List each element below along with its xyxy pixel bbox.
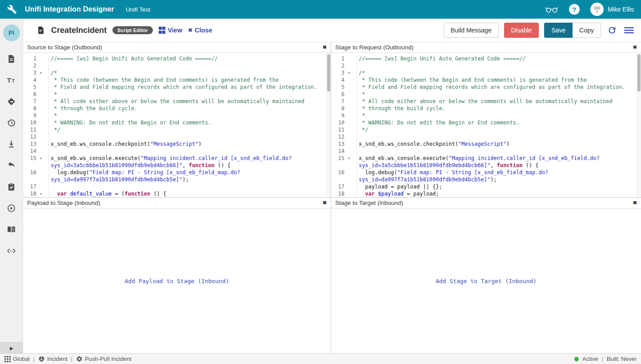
code-text: //===== [ws] Begin Unifi Auto Generated … (357, 55, 637, 62)
fold-spacer (345, 169, 353, 183)
fold-spacer (36, 105, 45, 112)
integration-item[interactable]: Push-Pull Incident (76, 356, 132, 362)
refresh-icon[interactable] (606, 24, 618, 36)
line-number: 15 (331, 155, 345, 169)
gear-icon (76, 356, 83, 362)
code-line: 4 * This code (between the Begin and End… (23, 76, 326, 84)
add-payload-to-stage-link[interactable]: Add Payload to Stage (Inbound) (125, 278, 229, 284)
code-line: 14 (23, 148, 326, 155)
view-button[interactable]: View (159, 27, 182, 34)
code-line: 11 */ (23, 126, 326, 133)
menu-icon[interactable] (623, 24, 635, 36)
scrollbar-thumb[interactable] (637, 54, 641, 92)
panel-close-icon[interactable]: ✖ (633, 200, 637, 205)
sidebar-expand-button[interactable]: ▶ (0, 342, 23, 353)
help-icon[interactable]: ? (569, 4, 580, 15)
glasses-icon[interactable] (545, 6, 558, 13)
line-number: 7 (331, 98, 345, 105)
fold-arrow-icon[interactable]: ▾ (345, 155, 353, 169)
code-text (357, 133, 637, 140)
page-title: CreateIncident (51, 26, 107, 35)
text-format-icon[interactable]: TT (7, 76, 16, 85)
environment-label: Unifi Test (126, 6, 150, 13)
code-text: */ (48, 126, 326, 133)
integration-avatar[interactable]: PI (3, 24, 20, 41)
fold-spacer (345, 55, 353, 62)
grid-icon (4, 356, 11, 362)
documentation-book-icon[interactable] (7, 225, 16, 234)
fold-arrow-icon[interactable]: ▾ (36, 155, 45, 169)
code-text: * All code either above or below the com… (48, 98, 326, 105)
line-number: 17 (23, 183, 36, 190)
code-text: payload = payload || {}; (357, 183, 637, 190)
integration-label: Push-Pull Incident (85, 356, 132, 362)
fold-spacer (36, 169, 45, 183)
code-icon[interactable] (7, 246, 16, 256)
save-button[interactable]: Save (544, 23, 573, 38)
wrench-icon[interactable] (7, 4, 17, 14)
fold-arrow-icon[interactable]: ▾ (36, 69, 45, 76)
user-avatar-icon (592, 4, 602, 15)
fold-spacer (345, 140, 353, 148)
user-name: Mike Ellis (608, 6, 634, 13)
line-number: 1 (331, 55, 345, 62)
code-text: * WARNING: Do not edit the Begin or End … (357, 119, 637, 126)
active-status-icon (574, 357, 579, 361)
help-glyph: ? (572, 6, 576, 13)
scrollbar[interactable] (637, 53, 641, 197)
panel-close-icon[interactable]: ✖ (323, 45, 327, 50)
fold-spacer (36, 84, 45, 91)
fold-arrow-icon[interactable]: ▾ (36, 190, 45, 197)
panel-header: Source to Stage (Outbound) ✖ (23, 42, 331, 53)
record-toolbar: CreateIncident Script Editor View ✖ Clos… (23, 19, 641, 42)
disable-button[interactable]: Disable (504, 23, 539, 38)
code-line: 7 * All code either above or below the c… (23, 98, 326, 105)
workspace-item[interactable]: Global (4, 356, 30, 362)
code-text (48, 133, 326, 140)
top-navbar: Unifi Integration Designer Unifi Test ? … (0, 0, 641, 19)
divider: | (71, 356, 72, 362)
add-stage-to-target-link[interactable]: Add Stage to Target (Inbound) (436, 278, 537, 284)
fold-spacer (345, 183, 353, 190)
fold-spacer (36, 140, 45, 148)
code-line: 18▾ var default_value = (function () { (23, 190, 326, 197)
copy-button[interactable]: Copy (573, 23, 601, 38)
code-text: * through the build cycle. (357, 105, 637, 112)
clipboard-check-icon[interactable] (7, 182, 16, 192)
code-line: 10 * WARNING: Do not edit the Begin or E… (331, 119, 637, 126)
download-icon[interactable] (7, 140, 16, 149)
code-line: 1//===== [ws] Begin Unifi Auto Generated… (331, 55, 637, 62)
code-line: 16 log.debug("Field map: PI - String [x_… (331, 169, 637, 183)
undo-icon[interactable] (7, 161, 16, 170)
line-number: 3 (331, 69, 345, 76)
scrollbar[interactable] (326, 53, 331, 197)
line-number: 6 (331, 91, 345, 98)
panel-close-icon[interactable]: ✖ (633, 45, 637, 50)
code-line: 6 * (331, 91, 637, 98)
close-button[interactable]: ✖ Close (188, 27, 212, 34)
build-message-button[interactable]: Build Message (444, 23, 499, 38)
code-text: x_snd_eb.ws_console.checkpoint("MessageS… (48, 140, 326, 148)
fold-spacer (345, 98, 353, 105)
scrollbar-thumb[interactable] (327, 54, 330, 92)
document-icon[interactable] (7, 54, 16, 64)
history-icon[interactable] (7, 118, 16, 128)
app-item[interactable]: Incident (38, 356, 68, 362)
code-editor-source-to-stage[interactable]: 1//===== [ws] Begin Unifi Auto Generated… (23, 53, 326, 197)
code-editor-stage-to-request[interactable]: 1//===== [ws] Begin Unifi Auto Generated… (331, 53, 637, 197)
diamond-arrow-icon[interactable] (7, 97, 16, 106)
panel-title: Stage to Request (Outbound) (335, 44, 413, 51)
panel-close-icon[interactable]: ✖ (323, 200, 327, 205)
run-icon[interactable] (7, 204, 16, 213)
line-number: 8 (23, 105, 36, 112)
code-line: 15▾x_snd_eb.ws_console.execute("Mapping … (331, 155, 637, 169)
line-number: 10 (331, 119, 345, 126)
panel-title: Payload to Stage (Inbound) (27, 200, 100, 206)
fold-arrow-icon[interactable]: ▾ (345, 69, 353, 76)
code-text: /* (48, 69, 326, 76)
panel-title: Source to Stage (Outbound) (27, 44, 102, 51)
app-title: Unifi Integration Designer (25, 5, 114, 13)
status-bar: Global | Incident | Push-Pull Incident A… (0, 353, 641, 364)
fold-spacer (345, 91, 353, 98)
user-menu[interactable]: Mike Ellis (590, 3, 634, 16)
